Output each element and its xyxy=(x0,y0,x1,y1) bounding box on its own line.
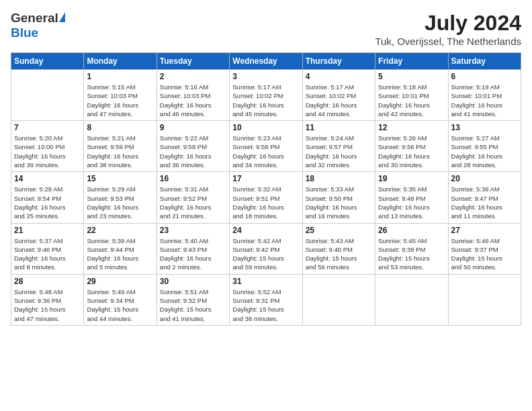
location-subtitle: Tuk, Overijssel, The Netherlands xyxy=(375,36,521,47)
calendar-cell: 24Sunrise: 5:42 AM Sunset: 9:42 PM Dayli… xyxy=(230,223,302,274)
calendar-cell: 17Sunrise: 5:32 AM Sunset: 9:51 PM Dayli… xyxy=(230,172,302,223)
day-info: Sunrise: 5:46 AM Sunset: 9:37 PM Dayligh… xyxy=(451,236,518,272)
weekday-header-friday: Friday xyxy=(375,53,448,70)
day-info: Sunrise: 5:18 AM Sunset: 10:01 PM Daylig… xyxy=(378,83,445,118)
logo-general: General xyxy=(11,11,58,26)
day-number: 14 xyxy=(14,174,81,183)
day-info: Sunrise: 5:32 AM Sunset: 9:51 PM Dayligh… xyxy=(232,185,299,220)
day-number: 13 xyxy=(451,123,518,132)
calendar-cell: 28Sunrise: 5:48 AM Sunset: 9:36 PM Dayli… xyxy=(11,274,84,325)
title-block: July 2024 Tuk, Overijssel, The Netherlan… xyxy=(375,11,521,47)
day-number: 8 xyxy=(87,123,153,132)
day-number: 7 xyxy=(14,123,81,132)
day-info: Sunrise: 5:29 AM Sunset: 9:53 PM Dayligh… xyxy=(87,185,153,220)
day-number: 9 xyxy=(160,123,226,132)
day-number: 17 xyxy=(232,174,299,183)
day-info: Sunrise: 5:23 AM Sunset: 9:58 PM Dayligh… xyxy=(232,134,299,169)
day-info: Sunrise: 5:26 AM Sunset: 9:56 PM Dayligh… xyxy=(378,134,445,169)
weekday-header-thursday: Thursday xyxy=(302,53,375,70)
calendar-cell: 14Sunrise: 5:28 AM Sunset: 9:54 PM Dayli… xyxy=(11,172,84,223)
day-number: 23 xyxy=(160,226,226,235)
day-info: Sunrise: 5:17 AM Sunset: 10:02 PM Daylig… xyxy=(306,83,372,118)
week-row-4: 21Sunrise: 5:37 AM Sunset: 9:46 PM Dayli… xyxy=(11,223,521,274)
day-info: Sunrise: 5:52 AM Sunset: 9:31 PM Dayligh… xyxy=(232,287,299,323)
day-info: Sunrise: 5:16 AM Sunset: 10:03 PM Daylig… xyxy=(160,83,226,118)
day-number: 30 xyxy=(160,277,226,286)
day-info: Sunrise: 5:45 AM Sunset: 9:39 PM Dayligh… xyxy=(378,236,445,272)
day-number: 10 xyxy=(232,123,299,132)
day-number: 26 xyxy=(378,226,445,235)
calendar-cell: 29Sunrise: 5:49 AM Sunset: 9:34 PM Dayli… xyxy=(84,274,157,325)
day-number: 18 xyxy=(306,174,372,183)
week-row-3: 14Sunrise: 5:28 AM Sunset: 9:54 PM Dayli… xyxy=(11,172,521,223)
day-number: 6 xyxy=(451,72,518,81)
week-row-1: 1Sunrise: 5:15 AM Sunset: 10:03 PM Dayli… xyxy=(11,70,521,121)
day-number: 1 xyxy=(87,72,153,81)
day-info: Sunrise: 5:20 AM Sunset: 10:00 PM Daylig… xyxy=(14,134,81,169)
weekday-header-monday: Monday xyxy=(84,53,157,70)
day-info: Sunrise: 5:49 AM Sunset: 9:34 PM Dayligh… xyxy=(87,287,153,323)
day-info: Sunrise: 5:33 AM Sunset: 9:50 PM Dayligh… xyxy=(306,185,372,220)
day-info: Sunrise: 5:42 AM Sunset: 9:42 PM Dayligh… xyxy=(232,236,299,272)
day-info: Sunrise: 5:35 AM Sunset: 9:48 PM Dayligh… xyxy=(378,185,445,220)
calendar-cell: 23Sunrise: 5:40 AM Sunset: 9:43 PM Dayli… xyxy=(157,223,229,274)
logo: General Blue xyxy=(11,11,65,40)
logo-blue: Blue xyxy=(11,26,38,40)
day-info: Sunrise: 5:31 AM Sunset: 9:52 PM Dayligh… xyxy=(160,185,226,220)
weekday-header-sunday: Sunday xyxy=(11,53,84,70)
calendar-cell: 19Sunrise: 5:35 AM Sunset: 9:48 PM Dayli… xyxy=(375,172,448,223)
calendar-cell: 30Sunrise: 5:51 AM Sunset: 9:32 PM Dayli… xyxy=(157,274,229,325)
calendar-cell: 21Sunrise: 5:37 AM Sunset: 9:46 PM Dayli… xyxy=(11,223,84,274)
calendar-cell xyxy=(302,274,375,325)
day-number: 22 xyxy=(87,226,153,235)
day-number: 24 xyxy=(232,226,299,235)
day-number: 27 xyxy=(451,226,518,235)
day-number: 2 xyxy=(160,72,226,81)
calendar-cell: 25Sunrise: 5:43 AM Sunset: 9:40 PM Dayli… xyxy=(302,223,375,274)
weekday-header-wednesday: Wednesday xyxy=(230,53,302,70)
day-number: 28 xyxy=(14,277,81,286)
day-info: Sunrise: 5:43 AM Sunset: 9:40 PM Dayligh… xyxy=(306,236,372,272)
calendar-cell: 16Sunrise: 5:31 AM Sunset: 9:52 PM Dayli… xyxy=(157,172,229,223)
day-number: 25 xyxy=(306,226,372,235)
weekday-header-tuesday: Tuesday xyxy=(157,53,229,70)
day-number: 16 xyxy=(160,174,226,183)
day-info: Sunrise: 5:27 AM Sunset: 9:55 PM Dayligh… xyxy=(451,134,518,169)
day-number: 5 xyxy=(378,72,445,81)
day-number: 11 xyxy=(306,123,372,132)
day-number: 12 xyxy=(378,123,445,132)
logo-triangle-icon xyxy=(59,12,65,22)
calendar-cell: 12Sunrise: 5:26 AM Sunset: 9:56 PM Dayli… xyxy=(375,121,448,172)
calendar-cell: 27Sunrise: 5:46 AM Sunset: 9:37 PM Dayli… xyxy=(448,223,521,274)
weekday-header-row: SundayMondayTuesdayWednesdayThursdayFrid… xyxy=(11,53,521,70)
calendar-cell: 1Sunrise: 5:15 AM Sunset: 10:03 PM Dayli… xyxy=(84,70,157,121)
calendar-cell: 5Sunrise: 5:18 AM Sunset: 10:01 PM Dayli… xyxy=(375,70,448,121)
day-info: Sunrise: 5:21 AM Sunset: 9:59 PM Dayligh… xyxy=(87,134,153,169)
day-info: Sunrise: 5:28 AM Sunset: 9:54 PM Dayligh… xyxy=(14,185,81,220)
day-info: Sunrise: 5:22 AM Sunset: 9:58 PM Dayligh… xyxy=(160,134,226,169)
calendar-cell: 9Sunrise: 5:22 AM Sunset: 9:58 PM Daylig… xyxy=(157,121,229,172)
calendar-cell: 31Sunrise: 5:52 AM Sunset: 9:31 PM Dayli… xyxy=(230,274,302,325)
day-info: Sunrise: 5:17 AM Sunset: 10:02 PM Daylig… xyxy=(232,83,299,118)
day-number: 20 xyxy=(451,174,518,183)
day-info: Sunrise: 5:40 AM Sunset: 9:43 PM Dayligh… xyxy=(160,236,226,272)
day-info: Sunrise: 5:48 AM Sunset: 9:36 PM Dayligh… xyxy=(14,287,81,323)
calendar-cell xyxy=(375,274,448,325)
calendar-cell: 10Sunrise: 5:23 AM Sunset: 9:58 PM Dayli… xyxy=(230,121,302,172)
calendar-cell: 26Sunrise: 5:45 AM Sunset: 9:39 PM Dayli… xyxy=(375,223,448,274)
day-info: Sunrise: 5:24 AM Sunset: 9:57 PM Dayligh… xyxy=(306,134,372,169)
day-number: 15 xyxy=(87,174,153,183)
calendar-cell: 3Sunrise: 5:17 AM Sunset: 10:02 PM Dayli… xyxy=(230,70,302,121)
week-row-2: 7Sunrise: 5:20 AM Sunset: 10:00 PM Dayli… xyxy=(11,121,521,172)
day-number: 3 xyxy=(232,72,299,81)
calendar-table: SundayMondayTuesdayWednesdayThursdayFrid… xyxy=(11,52,521,326)
day-info: Sunrise: 5:19 AM Sunset: 10:01 PM Daylig… xyxy=(451,83,518,118)
calendar-cell: 8Sunrise: 5:21 AM Sunset: 9:59 PM Daylig… xyxy=(84,121,157,172)
calendar-cell: 13Sunrise: 5:27 AM Sunset: 9:55 PM Dayli… xyxy=(448,121,521,172)
calendar-cell xyxy=(448,274,521,325)
week-row-5: 28Sunrise: 5:48 AM Sunset: 9:36 PM Dayli… xyxy=(11,274,521,325)
calendar-cell: 2Sunrise: 5:16 AM Sunset: 10:03 PM Dayli… xyxy=(157,70,229,121)
day-number: 21 xyxy=(14,226,81,235)
calendar-cell: 7Sunrise: 5:20 AM Sunset: 10:00 PM Dayli… xyxy=(11,121,84,172)
calendar-cell xyxy=(11,70,84,121)
